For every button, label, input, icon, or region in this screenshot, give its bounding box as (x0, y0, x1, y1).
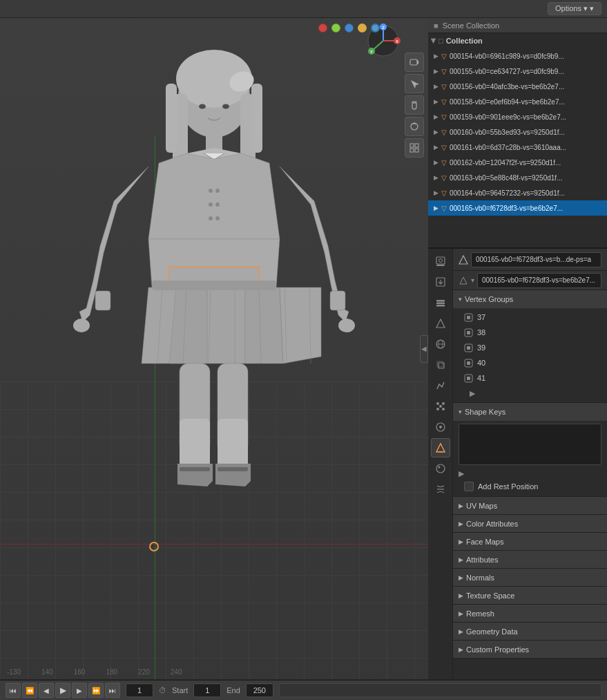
normals-section[interactable]: ▶ Normals (453, 569, 607, 587)
jump-to-start-button[interactable]: ⏮ (6, 683, 21, 698)
outliner-item-1[interactable]: ▶ ▽ 000155-vb0=ce634727-vs=d0fc9b9... (428, 64, 607, 79)
shape-keys-expand-icon: ▾ (459, 408, 462, 415)
svg-rect-24 (218, 467, 248, 471)
item-expand-0: ▶ (434, 53, 439, 59)
item-label-4: 000159-vb0=901eee9c-vs=be6b2e7... (450, 113, 566, 121)
svg-point-66 (442, 402, 445, 405)
svg-point-33 (215, 216, 220, 220)
svg-rect-86 (467, 361, 470, 365)
step-forward-button[interactable]: ▶ (72, 683, 87, 698)
svg-rect-44 (410, 59, 417, 65)
vg-item-4[interactable]: 41 (453, 370, 607, 386)
outliner-item-8[interactable]: ▶ ▽ 000163-vb0=5e88c48f-vs=9250d1f... (428, 170, 607, 185)
jump-next-button[interactable]: ⏩ (88, 683, 104, 698)
vg-item-1[interactable]: 38 (453, 325, 607, 340)
view-layer-props-icon[interactable] (431, 293, 450, 312)
vg-item-0[interactable]: 37 (453, 310, 607, 325)
end-frame-input[interactable] (246, 683, 273, 697)
options-button[interactable]: Options ▾ (548, 2, 601, 15)
timeline-scrubber[interactable] (279, 683, 601, 697)
vertex-groups-header[interactable]: ▾ Vertex Groups (453, 290, 607, 308)
render-props-icon[interactable] (431, 252, 450, 271)
shape-keys-list-area (459, 424, 601, 465)
outliner-item-10-active[interactable]: ▶ ▽ 000165-vb0=f6728df3-vs=be6b2e7... (428, 200, 607, 216)
texture-space-expand-icon: ▶ (459, 592, 463, 599)
attributes-section[interactable]: ▶ Attributes (453, 551, 607, 569)
item-label-7: 000162-vb0=12047f2f-vs=9250d1f... (450, 159, 561, 167)
world-props-icon[interactable] (431, 334, 450, 354)
mesh-icon-1: ▽ (441, 68, 447, 75)
item-label-9: 000164-vb0=96457232-vs=9250d1f... (450, 189, 565, 197)
vg-icon-3 (464, 359, 473, 368)
hand-tool[interactable] (405, 95, 424, 115)
face-maps-section[interactable]: ▶ Face Maps (453, 533, 607, 551)
svg-point-75 (438, 466, 440, 469)
physics-props-icon[interactable] (431, 417, 450, 437)
shape-keys-header[interactable]: ▾ Shape Keys (453, 403, 607, 421)
texture-space-section[interactable]: ▶ Texture Space (453, 587, 607, 605)
mesh-data-input[interactable] (477, 273, 601, 288)
scene-props-icon[interactable] (431, 314, 450, 333)
svg-marker-59 (436, 319, 445, 328)
outliner-item-3[interactable]: ▶ ▽ 000158-vb0=e0ef6b94-vs=be6b2e7... (428, 94, 607, 109)
outliner-item-5[interactable]: ▶ ▽ 000160-vb0=55b3ed93-vs=9250d1f... (428, 124, 607, 140)
item-label-3: 000158-vb0=e0ef6b94-vs=be6b2e7... (450, 98, 565, 106)
outliner-item-4[interactable]: ▶ ▽ 000159-vb0=901eee9c-vs=be6b2e7... (428, 109, 607, 124)
uv-maps-section[interactable]: ▶ UV Maps (453, 497, 607, 515)
jump-prev-button[interactable]: ⏪ (22, 683, 37, 698)
color-attributes-section[interactable]: ▶ Color Attributes (453, 515, 607, 533)
modifier-props-icon[interactable] (431, 376, 450, 395)
active-object-input[interactable] (471, 252, 601, 267)
object-props-icon[interactable] (431, 355, 450, 375)
item-label-1: 000155-vb0=ce634727-vs=d0fc9b9... (450, 68, 564, 75)
geometry-data-section[interactable]: ▶ Geometry Data (453, 623, 607, 641)
constraints-props-icon[interactable] (431, 480, 450, 499)
outliner-item-9[interactable]: ▶ ▽ 000164-vb0=96457232-vs=9250d1f... (428, 185, 607, 200)
remesh-section[interactable]: ▶ Remesh (453, 605, 607, 623)
play-button[interactable]: ▶ (55, 683, 70, 698)
custom-properties-section[interactable]: ▶ Custom Properties (453, 641, 607, 659)
current-frame-input[interactable] (126, 683, 153, 697)
shape-keys-section: ▾ Shape Keys ▶ (453, 403, 607, 497)
color-dot-yellow[interactable] (358, 23, 367, 32)
svg-rect-4 (166, 84, 177, 153)
mesh-icon-6: ▽ (441, 144, 447, 151)
svg-point-69 (439, 405, 442, 408)
properties-panel-area: ▾ ▾ Vertex Groups 37 (428, 249, 607, 679)
object-data-props-icon[interactable] (431, 438, 450, 457)
svg-rect-23 (180, 467, 210, 471)
step-back-button[interactable]: ◀ (39, 683, 54, 698)
collapse-panel-button[interactable]: ◀ (420, 335, 428, 363)
jump-to-end-button[interactable]: ⏭ (105, 683, 120, 698)
cursor-tool[interactable] (405, 74, 424, 93)
svg-point-65 (436, 402, 439, 405)
svg-point-8 (222, 104, 229, 109)
start-frame-input[interactable] (193, 683, 221, 697)
color-dot-green[interactable] (331, 23, 340, 32)
item-expand-8: ▶ (434, 174, 439, 181)
color-attributes-expand-icon: ▶ (459, 520, 463, 527)
outliner-item-7[interactable]: ▶ ▽ 000162-vb0=12047f2f-vs=9250d1f... (428, 155, 607, 170)
vg-item-3[interactable]: 40 (453, 355, 607, 370)
outliner-item-0[interactable]: ▶ ▽ 000154-vb0=6961c989-vs=d0fc9b9... (428, 48, 607, 64)
item-expand-4: ▶ (434, 113, 439, 120)
attributes-title: Attributes (466, 556, 498, 564)
color-dot-blue[interactable] (345, 23, 354, 32)
collection-item[interactable]: ▶ □ Collection (428, 33, 607, 48)
particles-props-icon[interactable] (431, 397, 450, 416)
vg-icon-4 (464, 374, 473, 383)
outliner-item-2[interactable]: ▶ ▽ 000156-vb0=40afc3be-vs=be6b2e7... (428, 79, 607, 94)
svg-rect-26 (95, 291, 110, 310)
vg-expand-more[interactable]: ▶ (453, 386, 607, 401)
outliner-item-6[interactable]: ▶ ▽ 000161-vb0=6d37c28b-vs=3610aaa... (428, 140, 607, 155)
color-dot-light-blue[interactable] (371, 23, 380, 32)
output-props-icon[interactable] (431, 272, 450, 292)
grid-tool[interactable] (405, 138, 424, 158)
add-rest-checkbox[interactable] (464, 482, 474, 491)
color-dot-red[interactable] (318, 23, 327, 32)
rotate-tool[interactable] (405, 117, 424, 136)
vg-item-2[interactable]: 39 (453, 340, 607, 355)
view-camera-button[interactable] (405, 53, 424, 72)
material-props-icon[interactable] (431, 459, 450, 478)
shape-keys-expand-arrow[interactable]: ▶ (459, 469, 464, 478)
